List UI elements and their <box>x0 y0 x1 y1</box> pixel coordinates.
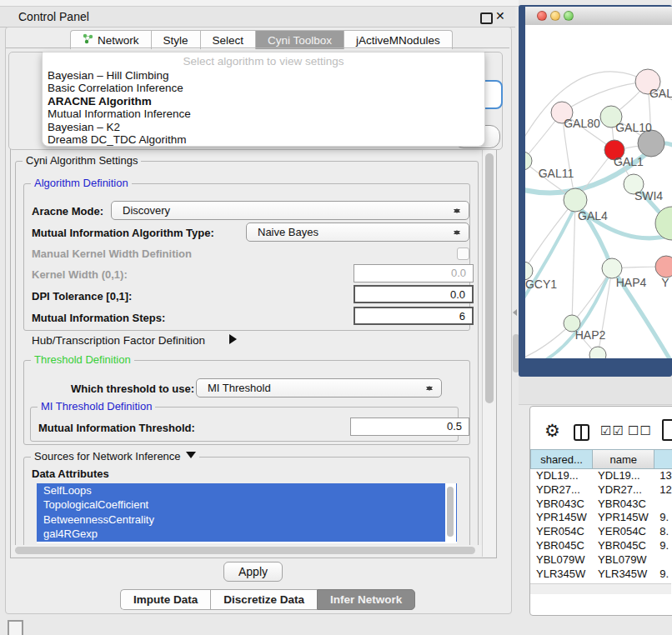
mi-steps-field[interactable]: 6 <box>354 307 474 325</box>
table-cell: YDR27... <box>530 483 592 498</box>
node-label: GAL <box>649 87 672 100</box>
network-node[interactable] <box>589 347 606 358</box>
zoom-window-icon[interactable] <box>564 11 574 21</box>
attribute-item[interactable]: TopologicalCoefficient <box>37 498 457 512</box>
table-cell <box>654 498 672 512</box>
settings-vscrollbar[interactable] <box>482 149 496 557</box>
tab-select[interactable]: Select <box>200 30 256 49</box>
splitter-collapse-icon[interactable] <box>509 309 517 316</box>
control-panel-title: Control Panel <box>18 10 89 23</box>
bottom-tab-impute-data[interactable]: Impute Data <box>120 589 210 610</box>
algorithm-option[interactable]: ARACNE Algorithm <box>46 95 481 108</box>
network-node-y[interactable] <box>655 256 672 278</box>
apply-button[interactable]: Apply <box>223 562 283 582</box>
network-node-gal4[interactable] <box>564 188 587 212</box>
network-edge[interactable] <box>525 72 648 150</box>
table-row[interactable]: YBL079WYBL079W <box>530 553 672 568</box>
algorithm-dropdown-prompt: Select algorithm to view settings <box>43 55 484 68</box>
columns-icon[interactable] <box>574 424 589 441</box>
algorithm-option[interactable]: Bayesian – Hill Climbing <box>46 69 481 82</box>
node-label: HAP2 <box>575 328 606 342</box>
table-cell: YPR145W <box>592 511 654 525</box>
tab-cyni-toolbox[interactable]: Cyni Toolbox <box>255 30 344 49</box>
close-window-icon[interactable] <box>537 11 547 21</box>
table-row[interactable]: YLR345WYLR345W9. <box>530 568 672 582</box>
mi-threshold-field[interactable]: 0.5 <box>350 418 469 436</box>
column-header[interactable]: shared... <box>530 449 592 469</box>
kernel-width-field[interactable]: 0.0 <box>354 264 474 282</box>
mi-type-value: Naive Bayes <box>258 226 318 238</box>
network-canvas[interactable]: GALGAL80GAL10GAL1GAL11SWI4GAL4GCY1HAP4YH… <box>525 25 672 358</box>
attribute-item[interactable]: BetweennessCentrality <box>37 512 457 527</box>
table-cell: 13 <box>654 469 672 483</box>
mi-threshold-title: MI Threshold Definition <box>38 400 155 412</box>
expand-arrow-icon[interactable] <box>229 334 242 344</box>
dpi-tolerance-field[interactable]: 0.0 <box>354 285 474 303</box>
manual-kernel-checkbox[interactable] <box>457 248 469 260</box>
sources-title[interactable]: Sources for Network Inference <box>31 450 199 463</box>
tab-jactivemnodules[interactable]: jActiveMNodules <box>344 30 453 49</box>
kernel-width-label: Kernel Width (0,1): <box>32 268 128 281</box>
attributes-scrollbar-thumb[interactable] <box>447 487 454 537</box>
table-row[interactable]: YBR043CYBR043C <box>530 498 672 512</box>
bottom-tab-discretize-data[interactable]: Discretize Data <box>210 589 317 610</box>
attributes-scrollbar[interactable] <box>445 483 456 543</box>
float-panel-icon[interactable] <box>480 12 493 24</box>
aracne-mode-label: Aracne Mode: <box>32 205 103 218</box>
table-row[interactable]: YPR145WYPR145W9. <box>530 511 672 525</box>
tab-style[interactable]: Style <box>151 30 200 49</box>
minimized-panel-icon[interactable] <box>8 620 23 635</box>
document-icon[interactable] <box>662 419 672 441</box>
clear-all-checkboxes-icon[interactable]: ☐☐ <box>628 423 652 438</box>
algorithm-option[interactable]: Bayesian – K2 <box>46 121 481 133</box>
network-window-titlebar[interactable] <box>525 7 672 26</box>
network-edge[interactable] <box>572 200 575 323</box>
control-panel-tabs: NetworkStyleSelectCyni ToolboxjActiveMNo… <box>70 30 453 48</box>
network-edge[interactable] <box>525 323 572 358</box>
table-cell: YBL079W <box>592 553 654 568</box>
network-graph: GALGAL80GAL10GAL1GAL11SWI4GAL4GCY1HAP4YH… <box>525 25 672 358</box>
select-all-checkboxes-icon[interactable]: ☑☑ <box>600 423 624 438</box>
settings-hscrollbar[interactable] <box>12 545 494 556</box>
table-panel-titlebar: Table Panel <box>519 377 672 405</box>
table-row[interactable]: YER054CYER054C8. <box>530 525 672 539</box>
mi-type-select[interactable]: Naive Bayes <box>246 222 469 242</box>
close-panel-icon[interactable]: ✕ <box>495 9 505 22</box>
attribute-item[interactable]: SelfLoops <box>37 483 457 498</box>
bottom-tab-infer-network[interactable]: Infer Network <box>317 589 415 610</box>
stepper-icon <box>454 227 461 238</box>
table-row[interactable]: YDR27...YDR27...12 <box>530 483 672 498</box>
algorithm-option[interactable]: Dream8 DC_TDC Algorithm <box>46 133 481 146</box>
table-cell: YBR045C <box>592 539 654 553</box>
table-cell: YDR27... <box>592 483 654 498</box>
algorithm-option[interactable]: Mutual Information Inference <box>46 108 481 120</box>
tab-label: Select <box>213 34 244 47</box>
column-header[interactable]: name <box>592 449 654 469</box>
node-label: HAP4 <box>616 276 647 289</box>
column-header[interactable] <box>654 449 672 469</box>
bottom-tab-bar: Impute DataDiscretize DataInfer Network <box>120 589 415 608</box>
tab-network[interactable]: Network <box>70 30 151 49</box>
manual-kernel-label: Manual Kernel Width Definition <box>32 248 192 260</box>
settings-vscrollbar-thumb[interactable] <box>485 153 494 403</box>
node-label: SWI4 <box>634 189 663 202</box>
data-attributes-list[interactable]: SelfLoopsTopologicalCoefficientBetweenne… <box>37 483 457 543</box>
which-threshold-select[interactable]: MI Threshold <box>196 378 442 398</box>
table-row[interactable]: YDL19...YDL19...13 <box>530 469 672 483</box>
tabbar-divider <box>6 48 509 48</box>
table-cell: YBR043C <box>530 498 592 512</box>
settings-hscrollbar-thumb[interactable] <box>15 547 475 554</box>
algorithm-option[interactable]: Basic Correlation Inference <box>46 82 481 94</box>
gear-icon[interactable]: ⚙ <box>544 421 560 441</box>
cyni-algorithm-settings-title: Cyni Algorithm Settings <box>23 154 141 167</box>
table-row[interactable]: YBR045CYBR045C9. <box>530 539 672 553</box>
table-cell: 12 <box>654 483 672 498</box>
collapse-arrow-icon[interactable] <box>186 452 196 463</box>
hub-definition-label[interactable]: Hub/Transcription Factor Definition <box>32 334 205 347</box>
attribute-item[interactable]: gal4RGexp <box>37 527 457 541</box>
network-edge[interactable] <box>525 200 575 271</box>
table-hscrollbar[interactable] <box>530 583 671 594</box>
minimize-window-icon[interactable] <box>550 11 560 21</box>
aracne-mode-select[interactable]: Discovery <box>111 201 469 220</box>
network-edge[interactable] <box>525 210 574 308</box>
